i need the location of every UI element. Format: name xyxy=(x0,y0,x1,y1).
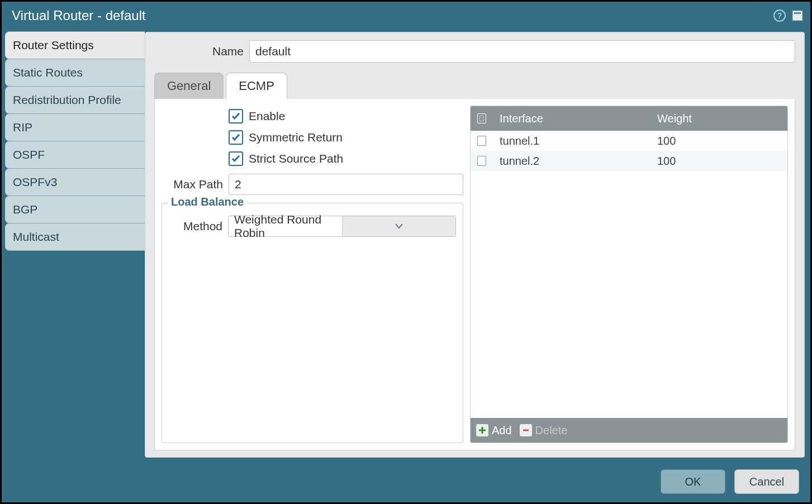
chevron-down-icon xyxy=(342,216,456,236)
sidebar-item-label: Router Settings xyxy=(13,39,94,52)
grid-body: tunnel.1 100 tunnel.2 100 xyxy=(471,131,787,418)
enable-checkbox[interactable] xyxy=(229,109,243,123)
sidebar-item-bgp[interactable]: BGP xyxy=(5,196,145,224)
ok-button[interactable]: OK xyxy=(661,469,725,494)
window-control-icon[interactable] xyxy=(790,8,805,23)
row-checkbox[interactable] xyxy=(477,156,486,166)
button-label: OK xyxy=(685,476,701,488)
sidebar-item-redistribution-profile[interactable]: Redistribution Profile xyxy=(5,86,145,114)
cell-interface: tunnel.1 xyxy=(493,135,650,148)
grid-header-weight[interactable]: Weight xyxy=(650,112,787,125)
add-button[interactable]: Add xyxy=(476,424,512,437)
sidebar-item-multicast[interactable]: Multicast xyxy=(5,223,145,251)
select-all-checkbox[interactable] xyxy=(477,113,486,123)
loadbalance-fieldset: Load Balance Method Weighted Round Robin xyxy=(162,203,463,443)
content-panel: Name General ECMP Enable Symmetric Retur… xyxy=(145,32,805,458)
sidebar-item-label: BGP xyxy=(13,203,37,216)
symmetric-checkbox[interactable] xyxy=(229,130,243,145)
cell-weight: 100 xyxy=(650,155,787,168)
name-input[interactable] xyxy=(249,40,795,63)
enable-row: Enable xyxy=(229,109,463,123)
method-select[interactable]: Weighted Round Robin xyxy=(228,216,456,237)
sidebar-item-static-routes[interactable]: Static Routes xyxy=(5,59,145,87)
grid-header-interface[interactable]: Interface xyxy=(493,112,650,125)
cell-interface: tunnel.2 xyxy=(493,155,650,168)
dialog-body: Router Settings Static Routes Redistribu… xyxy=(2,30,810,461)
method-label: Method xyxy=(169,220,228,233)
sidebar-item-rip[interactable]: RIP xyxy=(5,113,145,141)
tab-body-ecmp: Enable Symmetric Return Strict Source Pa… xyxy=(154,99,795,450)
symmetric-label: Symmetric Return xyxy=(249,131,343,144)
table-row[interactable]: tunnel.2 100 xyxy=(471,151,787,171)
sidebar-item-label: Redistribution Profile xyxy=(13,93,121,107)
tab-label: ECMP xyxy=(239,79,274,93)
grid-header: Interface Weight xyxy=(471,106,787,131)
help-icon[interactable]: ? xyxy=(772,8,787,23)
cancel-button[interactable]: Cancel xyxy=(734,469,799,494)
enable-label: Enable xyxy=(249,110,285,123)
name-label: Name xyxy=(154,45,249,58)
title-bar: Virtual Router - default ? xyxy=(2,2,810,30)
delete-label: Delete xyxy=(535,424,568,437)
tabs: General ECMP xyxy=(154,73,795,99)
method-row: Method Weighted Round Robin xyxy=(169,216,456,237)
row-checkbox[interactable] xyxy=(477,136,486,146)
name-row: Name xyxy=(154,40,795,63)
sidebar-item-ospf[interactable]: OSPF xyxy=(5,141,145,169)
grid-footer: Add Delete xyxy=(471,418,787,443)
maxpath-row: Max Path xyxy=(162,174,463,195)
symmetric-row: Symmetric Return xyxy=(229,130,463,145)
method-value: Weighted Round Robin xyxy=(229,213,342,240)
loadbalance-legend: Load Balance xyxy=(168,196,247,208)
grid-header-checkbox-cell xyxy=(471,113,493,123)
sidebar: Router Settings Static Routes Redistribu… xyxy=(2,30,145,461)
button-label: Cancel xyxy=(749,476,784,488)
plus-icon xyxy=(476,424,488,436)
sidebar-item-label: OSPF xyxy=(13,148,45,161)
minus-icon xyxy=(520,424,532,436)
strict-checkbox[interactable] xyxy=(229,151,243,166)
tab-general[interactable]: General xyxy=(154,73,224,99)
sidebar-item-label: Static Routes xyxy=(13,66,83,79)
sidebar-item-ospfv3[interactable]: OSPFv3 xyxy=(5,168,145,196)
add-label: Add xyxy=(492,424,512,437)
ecmp-left-pane: Enable Symmetric Return Strict Source Pa… xyxy=(162,106,463,443)
strict-row: Strict Source Path xyxy=(229,151,463,166)
cell-weight: 100 xyxy=(650,135,787,148)
window-title: Virtual Router - default xyxy=(12,8,146,23)
maxpath-input[interactable] xyxy=(229,174,463,195)
sidebar-item-label: OSPFv3 xyxy=(13,175,57,189)
svg-rect-2 xyxy=(792,11,802,21)
dialog-footer: OK Cancel xyxy=(2,461,810,502)
svg-text:?: ? xyxy=(777,11,782,20)
table-row[interactable]: tunnel.1 100 xyxy=(471,131,787,151)
svg-rect-3 xyxy=(794,12,801,14)
tab-ecmp[interactable]: ECMP xyxy=(226,73,287,99)
interface-grid: Interface Weight tunnel.1 100 tunnel.2 1… xyxy=(470,106,788,443)
delete-button[interactable]: Delete xyxy=(520,424,568,437)
sidebar-item-label: Multicast xyxy=(13,230,59,244)
sidebar-item-router-settings[interactable]: Router Settings xyxy=(5,31,145,59)
dialog-window: Virtual Router - default ? Router Settin… xyxy=(2,2,810,502)
strict-label: Strict Source Path xyxy=(249,152,343,165)
tab-label: General xyxy=(167,79,211,93)
maxpath-label: Max Path xyxy=(162,178,229,191)
sidebar-item-label: RIP xyxy=(13,121,32,134)
